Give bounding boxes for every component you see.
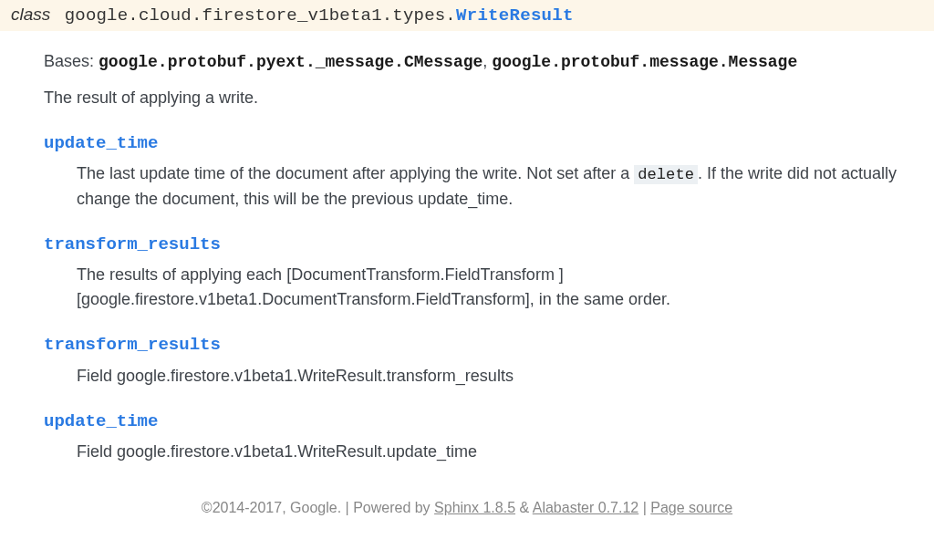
attribute-name[interactable]: update_time <box>44 133 158 153</box>
footer-alabaster-link[interactable]: Alabaster 0.7.12 <box>533 500 639 515</box>
bases-label: Bases: <box>44 52 94 70</box>
attribute-description: Field google.firestore.v1beta1.WriteResu… <box>77 440 912 464</box>
class-module-path: google.cloud.firestore_v1beta1.types. <box>65 5 456 26</box>
footer-amp: & <box>519 500 529 515</box>
class-definition: class google.cloud.firestore_v1beta1.typ… <box>0 0 934 464</box>
attribute-transform-results-1: transform_results Field google.firestore… <box>44 332 912 389</box>
attribute-description: The results of applying each [DocumentTr… <box>77 263 912 312</box>
literal-delete: delete <box>634 165 698 184</box>
attribute-description: The last update time of the document aft… <box>77 161 912 212</box>
footer-powered-by: Powered by <box>353 500 431 515</box>
class-name[interactable]: WriteResult <box>456 5 574 26</box>
bases-1: google.protobuf.message.Message <box>492 53 797 71</box>
class-keyword: class <box>11 5 50 24</box>
attribute-name[interactable]: transform_results <box>44 234 221 254</box>
footer-page-source-link[interactable]: Page source <box>650 500 732 515</box>
bases-separator: , <box>483 52 492 70</box>
page-footer: ©2014-2017, Google. | Powered by Sphinx … <box>0 497 934 526</box>
bases-0: google.protobuf.pyext._message.CMessage <box>99 53 483 71</box>
attribute-update-time-0: update_time The last update time of the … <box>44 130 912 212</box>
desc-pre: The last update time of the document aft… <box>77 164 634 182</box>
class-description: The result of applying a write. <box>44 86 912 110</box>
attribute-transform-results-0: transform_results The results of applyin… <box>44 232 912 313</box>
footer-copyright: ©2014-2017, Google. <box>202 500 341 515</box>
class-body: Bases: google.protobuf.pyext._message.CM… <box>44 31 912 465</box>
footer-sphinx-link[interactable]: Sphinx 1.8.5 <box>434 500 515 515</box>
bases-line: Bases: google.protobuf.pyext._message.CM… <box>44 49 912 75</box>
attribute-description: Field google.firestore.v1beta1.WriteResu… <box>77 364 912 389</box>
attribute-update-time-1: update_time Field google.firestore.v1bet… <box>44 409 912 465</box>
attribute-name[interactable]: transform_results <box>44 335 221 355</box>
attribute-name[interactable]: update_time <box>44 411 158 431</box>
class-signature: class google.cloud.firestore_v1beta1.typ… <box>0 0 934 31</box>
